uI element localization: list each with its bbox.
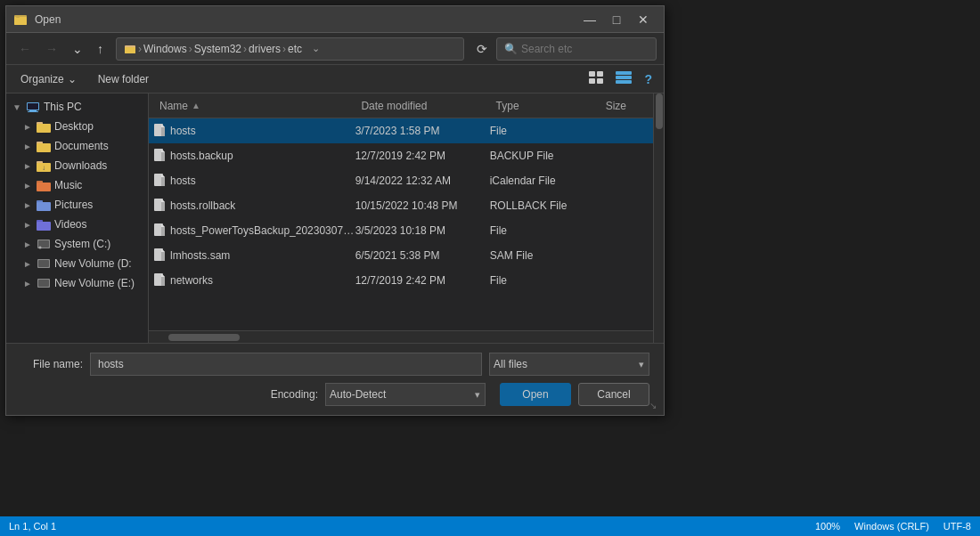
window-controls: — □ ✕ [576,6,657,33]
nav-label-this-pc: This PC [44,101,82,113]
svg-rect-26 [37,202,51,211]
drive-icon-d [37,256,51,271]
nav-item-system-c[interactable]: ► System (C:) [6,234,148,254]
svg-rect-2 [16,15,20,18]
up-button[interactable]: ↑ [92,38,109,60]
view-toggle-button[interactable] [584,69,608,89]
search-input[interactable] [521,43,649,55]
resize-handle[interactable]: ↘ [649,401,660,411]
recent-locations-button[interactable]: ⌄ [67,38,88,60]
filename-hosts-2: hosts [170,175,355,187]
minimize-button[interactable]: — [576,6,603,33]
nav-item-downloads[interactable]: ► ↓ Downloads [6,156,148,175]
file-name-input[interactable] [90,353,482,376]
col-header-size[interactable]: Size [599,93,649,118]
file-icon-hosts-1 [152,124,167,138]
bc-drivers: drivers [249,43,281,55]
svg-rect-33 [38,260,49,267]
encoding-select[interactable]: Auto-Detect UTF-8 UTF-16 ANSI [325,383,486,406]
vertical-scrollbar[interactable] [653,93,664,343]
dialog-title: Open [35,13,61,26]
new-folder-button[interactable]: New folder [91,69,156,89]
drive-icon-c [37,237,51,251]
nav-item-documents[interactable]: ► Documents [6,136,148,156]
help-button[interactable]: ? [640,69,657,89]
nav-item-volume-e[interactable]: ► New Volume (E:) [6,273,148,293]
zoom-level: 100% [815,521,840,532]
filedate-lmhosts: 6/5/2021 5:38 PM [355,249,490,262]
left-nav: ▼ This PC ► Desktop [6,93,149,343]
svg-rect-11 [616,80,632,84]
nav-item-desktop[interactable]: ► Desktop [6,117,148,136]
folder-icon-pictures [37,198,51,212]
back-button[interactable]: ← [13,38,37,60]
nav-label-system-c: System (C:) [54,238,110,250]
filename-hosts-rollback: hosts.rollback [170,199,355,212]
file-icon-hosts-rollback [152,199,167,213]
cursor-position: Ln 1, Col 1 [9,521,56,532]
file-row-hosts-2[interactable]: hosts 9/14/2022 12:32 AM iCalendar File [149,168,653,193]
col-header-type[interactable]: Type [489,93,599,118]
encoding-row: Encoding: Auto-Detect UTF-8 UTF-16 ANSI … [20,383,649,406]
dialog-title-icon [13,12,28,27]
file-icon-networks [152,273,167,288]
file-row-hosts-powertoys[interactable]: hosts_PowerToysBackup_20230307135834 3/5… [149,218,653,243]
filetype-hosts-backup: BACKUP File [490,150,600,162]
svg-rect-7 [589,78,595,84]
nav-label-documents: Documents [54,140,109,152]
folder-icon-downloads: ↓ [37,158,51,173]
file-row-networks[interactable]: networks 12/7/2019 2:42 PM File [149,268,653,293]
breadcrumb[interactable]: › Windows › System32 › drivers › etc ⌄ [116,37,464,61]
nav-item-music[interactable]: ► Music [6,175,148,195]
file-icon-hosts-powertoys [152,223,167,238]
search-icon: 🔍 [504,43,518,55]
details-view-icon [616,71,632,84]
nav-item-pictures[interactable]: ► Pictures [6,195,148,215]
file-row-lmhosts[interactable]: lmhosts.sam 6/5/2021 5:38 PM SAM File [149,243,653,268]
search-box[interactable]: 🔍 [496,37,657,61]
filetype-hosts-2: iCalendar File [490,175,600,187]
filedate-hosts-2: 9/14/2022 12:32 AM [355,175,490,187]
file-list-area: Name ▲ Date modified Type Size [149,93,653,343]
horizontal-scrollbar[interactable] [149,330,653,343]
file-type-wrapper: All files Text files (*.txt) All files (… [489,353,649,376]
svg-rect-15 [28,103,38,110]
cancel-button[interactable]: Cancel [578,383,649,406]
forward-button[interactable]: → [40,38,63,60]
maximize-button[interactable]: □ [603,6,630,33]
bottom-area: File name: All files Text files (*.txt) … [6,343,664,415]
breadcrumb-folder-icon [124,43,136,55]
col-header-date[interactable]: Date modified [354,93,488,118]
organize-button[interactable]: Organize ⌄ [13,69,84,89]
svg-text:↓: ↓ [42,164,45,172]
nav-item-videos[interactable]: ► Videos [6,215,148,234]
file-row-hosts-1[interactable]: hosts 3/7/2023 1:58 PM File [149,118,653,143]
filetype-hosts-powertoys: File [490,224,600,237]
nav-label-videos: Videos [54,218,86,231]
h-scroll-thumb[interactable] [168,334,240,341]
file-row-hosts-rollback[interactable]: hosts.rollback 10/15/2022 10:48 PM ROLLB… [149,193,653,218]
svg-rect-14 [28,111,38,112]
pc-icon [26,100,40,114]
folder-icon-documents [37,139,51,153]
main-content: ▼ This PC ► Desktop [6,93,664,343]
svg-rect-9 [616,71,632,75]
open-button[interactable]: Open [500,383,571,406]
filedate-hosts-powertoys: 3/5/2023 10:18 PM [355,224,490,237]
v-scroll-thumb[interactable] [656,93,663,129]
nav-label-music: Music [54,179,82,191]
file-icon-hosts-2 [152,174,167,188]
file-type-select[interactable]: All files Text files (*.txt) All files (… [489,353,649,376]
col-header-name[interactable]: Name ▲ [152,93,354,118]
nav-item-volume-d[interactable]: ► New Volume (D: [6,254,148,273]
refresh-button[interactable]: ⟳ [471,38,493,60]
file-row-hosts-backup[interactable]: hosts.backup 12/7/2019 2:42 PM BACKUP Fi… [149,143,653,168]
close-button[interactable]: ✕ [630,6,657,33]
expand-icon: ▼ [12,102,22,112]
view-details-button[interactable] [611,69,636,89]
line-ending: Windows (CRLF) [854,521,929,532]
file-name-row: File name: All files Text files (*.txt) … [20,353,649,376]
nav-item-this-pc[interactable]: ▼ This PC [6,97,148,117]
svg-rect-24 [37,183,51,191]
expand-icon-desktop: ► [22,121,33,132]
